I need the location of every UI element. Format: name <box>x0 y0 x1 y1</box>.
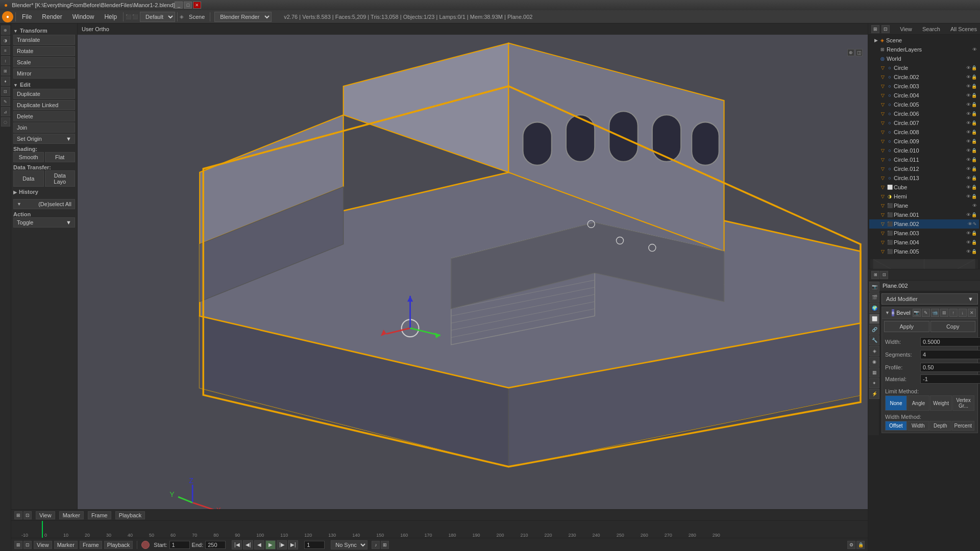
start-input[interactable] <box>169 541 190 549</box>
sidebar-icon-7[interactable]: ⊡ <box>1 87 10 96</box>
width-width-btn[interactable]: Width <box>908 421 929 431</box>
mod-expand2-btn[interactable]: ⊞ <box>940 309 948 317</box>
scene-item-circle005[interactable]: ▽ ○ Circle.005 👁 🔒 <box>869 100 979 109</box>
width-percent-btn[interactable]: Percent <box>952 421 974 431</box>
mod-close-btn[interactable]: ✕ <box>968 309 976 317</box>
corner-controls[interactable]: ⊕ ◫ <box>847 49 863 56</box>
playback-btn[interactable]: Playback <box>104 541 133 549</box>
edit-icon[interactable]: ✎ <box>973 221 977 227</box>
layout-selector[interactable]: Default <box>140 12 175 22</box>
mirror-btn[interactable]: Mirror <box>13 68 75 79</box>
prev-keyframe-btn[interactable]: ◀| <box>243 540 253 549</box>
timeline-frame-btn[interactable]: Frame <box>88 511 111 519</box>
menu-file[interactable]: File <box>18 12 36 21</box>
prop-view-icon2[interactable]: ⊡ <box>880 271 888 279</box>
rotate-btn[interactable]: Rotate <box>13 46 75 56</box>
timeline-marker-btn[interactable]: Marker <box>59 511 84 519</box>
timeline-view-btn[interactable]: View <box>36 511 55 519</box>
jump-start-btn[interactable]: |◀ <box>232 540 242 549</box>
tab-render[interactable]: 📷 <box>869 282 879 292</box>
viewport-3d[interactable]: User Ortho <box>78 23 868 551</box>
menu-render[interactable]: Render <box>38 12 66 21</box>
scene-item-root[interactable]: ▶ ◈ Scene <box>869 36 979 45</box>
duplicate-linked-btn[interactable]: Duplicate Linked <box>13 100 75 110</box>
tab-modifiers[interactable]: 🔧 <box>869 335 879 345</box>
apply-btn[interactable]: Apply <box>884 321 929 332</box>
mod-expand-icon[interactable]: ▼ <box>885 310 890 315</box>
tab-texture[interactable]: ▦ <box>869 367 879 378</box>
width-offset-btn[interactable]: Offset <box>885 421 907 431</box>
scene-item-plane004[interactable]: ▽ ⬛ Plane.004 👁 🔒 <box>869 238 979 247</box>
delete-btn[interactable]: Delete <box>13 111 75 121</box>
add-modifier-btn[interactable]: Add Modifier ▼ <box>881 293 978 305</box>
sidebar-icon-9[interactable]: ⊿ <box>1 107 10 116</box>
next-keyframe-btn[interactable]: |▶ <box>277 540 287 549</box>
play-forward-btn[interactable]: ▶ <box>265 540 276 549</box>
tab-object[interactable]: ⬜ <box>869 314 879 324</box>
audio-btn[interactable]: ♪ <box>372 541 380 549</box>
scene-item-plane001[interactable]: ▽ ⬛ Plane.001 👁 🔒 <box>869 210 979 219</box>
scene-item-circle002[interactable]: ▽ ○ Circle.002 👁 🔒 <box>869 72 979 82</box>
marker-btn[interactable]: Marker <box>54 541 78 549</box>
mod-render-btn[interactable]: 📷 <box>913 309 921 317</box>
sidebar-icon-8[interactable]: ✎ <box>1 97 10 106</box>
scene-item-plane005[interactable]: ▽ ⬛ Plane.005 👁 🔒 <box>869 247 979 256</box>
tab-particles[interactable]: ✦ <box>869 378 879 388</box>
scene-item-circle008[interactable]: ▽ ○ Circle.008 👁 🔒 <box>869 128 979 137</box>
deselect-all-btn[interactable]: ▼ (De)select All <box>13 199 75 209</box>
limit-weight-btn[interactable]: Weight <box>930 395 952 411</box>
scene-item-hemi[interactable]: ▽ ◑ Hemi 👁 🔒 <box>869 192 979 201</box>
translate-btn[interactable]: Translate <box>13 35 75 45</box>
sidebar-icon-5[interactable]: ⊞ <box>1 66 10 76</box>
scene-item-circle011[interactable]: ▽ ○ Circle.011 👁 🔒 <box>869 155 979 164</box>
segments-input[interactable] <box>920 350 980 359</box>
timeline-ruler[interactable]: -10 0 10 20 30 40 50 60 70 80 90 100 110… <box>11 521 868 538</box>
render-engine-selector[interactable]: Blender Render <box>214 12 272 22</box>
sync-selector[interactable]: No Sync <box>331 540 368 549</box>
timeline-ctrl-icon2[interactable]: ⊡ <box>23 541 32 549</box>
mod-camera-btn[interactable]: 📹 <box>931 309 939 317</box>
scene-item-circle012[interactable]: ▽ ○ Circle.012 👁 🔒 <box>869 164 979 173</box>
mod-up-btn[interactable]: ↑ <box>949 309 958 317</box>
scene-item-renderlayers[interactable]: ⊞ RenderLayers 👁 <box>869 45 979 54</box>
menu-help[interactable]: Help <box>100 12 121 21</box>
close-btn[interactable]: ✕ <box>193 2 201 9</box>
mod-edit-btn[interactable]: ✎ <box>922 309 930 317</box>
maximize-btn[interactable]: □ <box>184 2 192 9</box>
scene-item-circle013[interactable]: ▽ ○ Circle.013 👁 🔒 <box>869 173 979 183</box>
width-depth-btn[interactable]: Depth <box>929 421 951 431</box>
scene-item-plane[interactable]: ▽ ⬛ Plane 👁 <box>869 201 979 210</box>
scene-item-circle003[interactable]: ▽ ○ Circle.003 👁 🔒 <box>869 82 979 91</box>
extra-btn[interactable]: ⊞ <box>381 541 389 549</box>
profile-input[interactable] <box>920 363 980 372</box>
viewport-scene[interactable]: X Z Y (1) Plane.002 ⊕ ◫ <box>78 35 868 540</box>
data-layo-btn[interactable]: Data Layo <box>45 170 76 187</box>
scene-item-world[interactable]: ◎ World <box>869 54 979 63</box>
limit-none-btn[interactable]: None <box>885 395 907 411</box>
scene-item-circle004[interactable]: ▽ ○ Circle.004 👁 🔒 <box>869 91 979 100</box>
timeline-lock-icon[interactable]: 🔒 <box>856 541 865 549</box>
scene-item-circle009[interactable]: ▽ ○ Circle.009 👁 🔒 <box>869 137 979 146</box>
scene-item-circle006[interactable]: ▽ ○ Circle.006 👁 🔒 <box>869 109 979 118</box>
timeline-playback-btn[interactable]: Playback <box>115 511 145 519</box>
current-frame-input[interactable] <box>304 541 325 549</box>
flat-btn[interactable]: Flat <box>45 152 76 162</box>
view-toggle[interactable]: ◫ <box>855 49 863 56</box>
tab-scene[interactable]: 🎬 <box>869 292 879 303</box>
data-btn[interactable]: Data <box>13 170 44 187</box>
sidebar-icon-6[interactable]: ♦ <box>1 77 10 86</box>
material-input[interactable] <box>920 374 980 384</box>
end-input[interactable] <box>205 541 226 549</box>
scene-item-circle[interactable]: ▽ ○ Circle 👁 🔒 <box>869 63 979 72</box>
camera-toggle[interactable]: ⊕ <box>847 49 854 56</box>
scene-item-plane002[interactable]: ▽ ⬛ Plane.002 👁 ✎ <box>869 219 979 229</box>
timeline-icon2[interactable]: ⊡ <box>23 511 32 519</box>
limit-vertex-btn[interactable]: Vertex Gr... <box>952 395 974 411</box>
jump-end-btn[interactable]: ▶| <box>288 540 298 549</box>
tab-material[interactable]: ◉ <box>869 357 879 367</box>
tab-physics[interactable]: ⚡ <box>869 389 879 399</box>
scene-item-cube[interactable]: ▽ ⬜ Cube 👁 🔒 <box>869 183 979 192</box>
set-origin-dropdown[interactable]: Set Origin ▼ <box>13 134 75 144</box>
mod-down-btn[interactable]: ↓ <box>959 309 967 317</box>
tab-data[interactable]: ◈ <box>869 346 879 356</box>
